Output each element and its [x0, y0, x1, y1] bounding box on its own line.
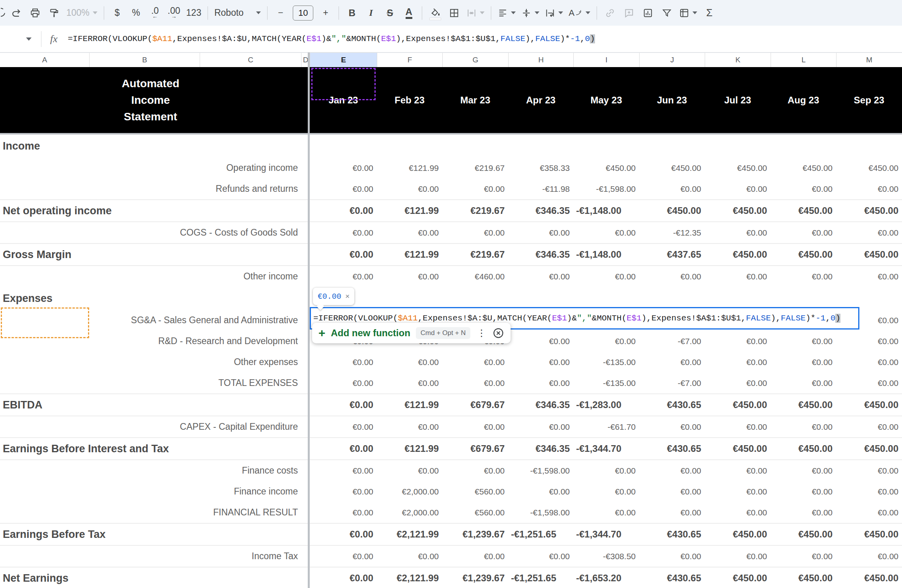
- cell[interactable]: -€1,251.65: [508, 529, 573, 540]
- cell[interactable]: -€1,653.20: [573, 573, 639, 584]
- cell[interactable]: €0.00: [836, 422, 902, 432]
- more-formats-button[interactable]: 123: [184, 4, 204, 22]
- cell[interactable]: €0.00: [310, 378, 377, 388]
- dismiss-icon[interactable]: [492, 327, 504, 339]
- column-header-E[interactable]: E: [310, 53, 377, 67]
- cell[interactable]: €0.00: [573, 228, 639, 238]
- insert-link-button[interactable]: [601, 4, 619, 22]
- row-label[interactable]: Expenses: [0, 292, 301, 305]
- cell[interactable]: €0.00: [377, 358, 442, 367]
- column-header-B[interactable]: B: [89, 53, 200, 67]
- cell[interactable]: €1,239.67: [442, 529, 508, 540]
- row-label[interactable]: Income: [0, 140, 301, 152]
- cell[interactable]: €450.00: [771, 573, 836, 584]
- cell[interactable]: €450.00: [771, 249, 836, 260]
- cell[interactable]: €450.00: [836, 443, 902, 454]
- row-label[interactable]: EBITDA: [0, 399, 301, 411]
- cell[interactable]: €450.00: [836, 573, 902, 584]
- decrease-decimal-button[interactable]: .0←: [146, 4, 164, 22]
- cell[interactable]: €358.33: [508, 163, 573, 173]
- row-label[interactable]: CAPEX - Capital Expenditure: [0, 421, 301, 432]
- more-options-icon[interactable]: ⋮: [476, 328, 487, 339]
- cell[interactable]: €450.00: [771, 205, 836, 216]
- month-header-cell[interactable]: Mar 23: [442, 67, 508, 133]
- cell[interactable]: €0.00: [771, 378, 836, 388]
- cell[interactable]: €450.00: [836, 399, 902, 410]
- font-selector[interactable]: Roboto: [212, 4, 263, 22]
- cell[interactable]: €0.00: [310, 573, 377, 584]
- format-currency-button[interactable]: $: [108, 4, 126, 22]
- cell[interactable]: €346.35: [508, 249, 573, 260]
- cell[interactable]: €0.00: [310, 205, 377, 216]
- cell[interactable]: €0.00: [377, 466, 442, 476]
- cell[interactable]: €0.00: [705, 272, 771, 281]
- cell[interactable]: €121.99: [377, 163, 442, 173]
- cell[interactable]: €2,121.99: [377, 529, 442, 540]
- cell[interactable]: €0.00: [771, 487, 836, 496]
- cell[interactable]: €437.65: [639, 249, 705, 260]
- column-header-M[interactable]: M: [836, 53, 902, 67]
- row-label[interactable]: Other income: [0, 271, 301, 282]
- cell[interactable]: €679.67: [442, 443, 508, 454]
- cell[interactable]: €0.00: [442, 184, 508, 194]
- cell[interactable]: €0.00: [705, 184, 771, 194]
- cell[interactable]: €450.00: [771, 399, 836, 410]
- cell[interactable]: -€11.98: [508, 184, 573, 194]
- row-label[interactable]: Net Earnings: [0, 572, 301, 584]
- cell[interactable]: €0.00: [836, 552, 902, 561]
- cell[interactable]: -€1,148.00: [573, 249, 639, 260]
- row-label[interactable]: Other expenses: [0, 357, 301, 367]
- cell[interactable]: €0.00: [508, 272, 573, 281]
- cell[interactable]: €450.00: [836, 163, 902, 173]
- fill-color-button[interactable]: [426, 4, 444, 22]
- text-color-button[interactable]: A: [400, 4, 418, 22]
- cell[interactable]: €450.00: [836, 249, 902, 260]
- functions-button[interactable]: Σ: [700, 4, 719, 22]
- cell[interactable]: €346.35: [508, 443, 573, 454]
- row-label[interactable]: Earnings Before Interest and Tax: [0, 443, 301, 455]
- insert-chart-button[interactable]: [639, 4, 657, 22]
- cell[interactable]: €450.00: [705, 399, 771, 410]
- cell[interactable]: €0.00: [573, 466, 639, 476]
- cell[interactable]: €450.00: [705, 249, 771, 260]
- cell[interactable]: €0.00: [508, 337, 573, 346]
- month-header-cell[interactable]: Feb 23: [377, 67, 442, 133]
- increase-decimal-button[interactable]: .00→: [165, 4, 183, 22]
- cell[interactable]: €0.00: [836, 358, 902, 367]
- zoom-selector[interactable]: 100%: [64, 4, 100, 22]
- cell[interactable]: €0.00: [573, 508, 639, 517]
- cell[interactable]: €0.00: [771, 508, 836, 517]
- cell[interactable]: €0.00: [442, 422, 508, 432]
- cell[interactable]: €0.00: [442, 358, 508, 367]
- cell[interactable]: €0.00: [836, 337, 902, 346]
- cell[interactable]: €0.00: [836, 228, 902, 238]
- cell[interactable]: €0.00: [508, 487, 573, 496]
- cell[interactable]: €0.00: [573, 337, 639, 346]
- cell[interactable]: €0.00: [442, 552, 508, 561]
- cell[interactable]: €450.00: [705, 205, 771, 216]
- cell[interactable]: €0.00: [310, 529, 377, 540]
- cell[interactable]: -€1,598.00: [508, 466, 573, 476]
- create-filter-button[interactable]: [658, 4, 676, 22]
- cell[interactable]: €346.35: [508, 399, 573, 410]
- row-label[interactable]: Refunds and returns: [0, 184, 301, 194]
- cell[interactable]: -€135.00: [573, 378, 639, 388]
- paint-format-button[interactable]: [45, 4, 63, 22]
- column-header-I[interactable]: I: [573, 53, 639, 67]
- row-label[interactable]: Income Tax: [0, 551, 301, 562]
- column-header-J[interactable]: J: [639, 53, 705, 67]
- strikethrough-button[interactable]: S: [381, 4, 399, 22]
- cell[interactable]: €430.65: [639, 443, 705, 454]
- name-box-dropdown-icon[interactable]: [26, 37, 32, 41]
- column-header-L[interactable]: L: [771, 53, 836, 67]
- cell[interactable]: €0.00: [310, 487, 377, 496]
- cell[interactable]: €0.00: [310, 228, 377, 238]
- column-header-F[interactable]: F: [377, 53, 442, 67]
- font-size-input[interactable]: 10: [290, 4, 316, 22]
- cell[interactable]: €0.00: [310, 399, 377, 410]
- cell[interactable]: -€1,251.65: [508, 573, 573, 584]
- cell[interactable]: €0.00: [705, 378, 771, 388]
- cell[interactable]: €450.00: [705, 163, 771, 173]
- cell[interactable]: €0.00: [639, 272, 705, 281]
- cell[interactable]: €0.00: [573, 272, 639, 281]
